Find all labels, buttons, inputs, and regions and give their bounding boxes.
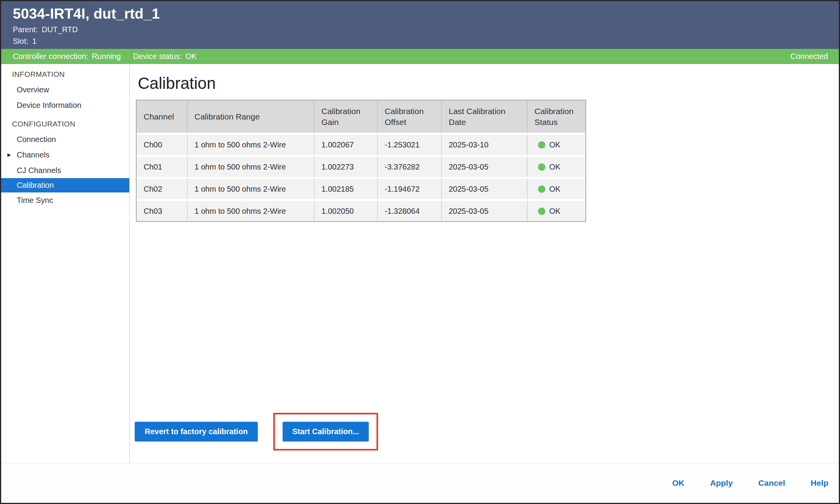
cell-channel: Ch01	[137, 157, 187, 177]
col-header-channel: Channel	[137, 100, 187, 133]
start-calibration-button[interactable]: Start Calibration...	[283, 422, 369, 442]
status-text: OK	[549, 163, 561, 171]
status-bar-left: Controller connection: Running Device st…	[13, 52, 197, 61]
cell-status: OK	[528, 157, 585, 177]
cell-status: OK	[528, 179, 585, 199]
sidebar-item-calibration[interactable]: Calibration	[1, 178, 129, 192]
status-ok-dot	[538, 208, 545, 215]
sidebar-item-device-information[interactable]: Device Information	[1, 97, 129, 113]
sidebar-item-time-sync[interactable]: Time Sync	[1, 192, 129, 208]
cell-gain: 1.002185	[314, 179, 378, 199]
table-row: Ch03 1 ohm to 500 ohms 2-Wire 1.002050 -…	[137, 201, 585, 221]
cell-offset: -1.194672	[378, 179, 442, 199]
cell-offset: -3.376282	[378, 157, 442, 177]
connection-status-bar: Controller connection: Running Device st…	[1, 49, 839, 64]
parent-label: Parent:	[13, 25, 38, 34]
col-header-last-calibration-date: Last Calibration Date	[442, 100, 528, 133]
status-text: OK	[549, 185, 561, 194]
cell-date: 2025-03-05	[442, 201, 528, 221]
status-text: OK	[549, 207, 561, 216]
cell-date: 2025-03-05	[442, 179, 528, 199]
cell-offset: -1.328064	[378, 201, 442, 221]
red-highlight-annotation: Start Calibration...	[273, 413, 378, 450]
help-button[interactable]: Help	[810, 478, 828, 488]
calibration-table: Channel Calibration Range Calibration Ga…	[136, 100, 586, 222]
table-row: Ch02 1 ohm to 500 ohms 2-Wire 1.002185 -…	[137, 179, 585, 199]
device-status-label: Device status:	[133, 52, 182, 61]
page-title: Calibration	[138, 74, 839, 93]
sidebar-item-channels-label: Channels	[17, 151, 50, 159]
cell-gain: 1.002067	[314, 135, 378, 155]
main-panel: Calibration Channel Calibration Range Ca…	[130, 64, 839, 463]
sidebar-item-overview[interactable]: Overview	[1, 82, 129, 97]
sidebar-section-information: INFORMATION	[1, 67, 129, 82]
sidebar-nav: INFORMATION Overview Device Information …	[1, 64, 130, 463]
ok-button[interactable]: OK	[672, 478, 685, 488]
cell-range: 1 ohm to 500 ohms 2-Wire	[187, 201, 314, 221]
cell-gain: 1.002050	[314, 201, 378, 221]
col-header-calibration-offset: Calibration Offset	[378, 100, 442, 133]
controller-connection-value: Running	[92, 52, 121, 61]
cancel-button[interactable]: Cancel	[758, 478, 785, 488]
slot-row: Slot: 1	[13, 37, 827, 46]
sidebar-item-connection[interactable]: Connection	[1, 132, 129, 147]
controller-connection-status: Controller connection: Running	[13, 52, 121, 61]
col-header-calibration-gain: Calibration Gain	[314, 100, 378, 133]
calibration-actions: Revert to factory calibration Start Cali…	[135, 413, 839, 450]
cell-status: OK	[528, 201, 585, 221]
cell-channel: Ch03	[137, 201, 187, 221]
cell-date: 2025-03-05	[442, 157, 528, 177]
revert-to-factory-calibration-button[interactable]: Revert to factory calibration	[135, 422, 258, 442]
table-row: Ch01 1 ohm to 500 ohms 2-Wire 1.002273 -…	[137, 157, 585, 177]
dialog-footer: OK Apply Cancel Help	[1, 463, 839, 503]
device-status: Device status: OK	[133, 52, 197, 61]
sidebar-section-configuration: CONFIGURATION	[1, 117, 129, 132]
slot-value: 1	[32, 37, 36, 46]
content-area: INFORMATION Overview Device Information …	[1, 64, 839, 463]
status-ok-dot	[538, 141, 545, 149]
sidebar-item-cj-channels[interactable]: CJ Channels	[1, 163, 129, 178]
device-config-window: 5034-IRT4I, dut_rtd_1 Parent: DUT_RTD Sl…	[0, 0, 840, 504]
parent-value: DUT_RTD	[42, 25, 78, 34]
col-header-calibration-range: Calibration Range	[187, 100, 314, 133]
cell-channel: Ch02	[137, 179, 187, 199]
cell-date: 2025-03-10	[442, 135, 528, 155]
cell-offset: -1.253021	[378, 135, 442, 155]
cell-gain: 1.002273	[314, 157, 378, 177]
table-header-row: Channel Calibration Range Calibration Ga…	[137, 100, 585, 133]
controller-connection-label: Controller connection:	[13, 52, 89, 61]
status-ok-dot	[538, 185, 545, 193]
cell-range: 1 ohm to 500 ohms 2-Wire	[187, 179, 314, 199]
parent-row: Parent: DUT_RTD	[13, 25, 827, 34]
status-ok-dot	[538, 163, 545, 171]
connected-badge: Connected	[790, 52, 828, 61]
device-status-value: OK	[186, 52, 197, 61]
expand-arrow-icon[interactable]: ▶	[7, 147, 11, 163]
cell-channel: Ch00	[137, 135, 187, 155]
cell-range: 1 ohm to 500 ohms 2-Wire	[187, 157, 314, 177]
cell-range: 1 ohm to 500 ohms 2-Wire	[187, 135, 314, 155]
status-text: OK	[549, 140, 561, 149]
col-header-calibration-status: Calibration Status	[528, 100, 585, 133]
device-title: 5034-IRT4I, dut_rtd_1	[13, 6, 827, 23]
titlebar: 5034-IRT4I, dut_rtd_1 Parent: DUT_RTD Sl…	[1, 1, 839, 49]
apply-button[interactable]: Apply	[710, 478, 732, 488]
table-row: Ch00 1 ohm to 500 ohms 2-Wire 1.002067 -…	[137, 135, 585, 155]
slot-label: Slot:	[13, 37, 28, 46]
sidebar-section-gap	[1, 113, 129, 117]
sidebar-item-channels[interactable]: ▶ Channels	[1, 147, 129, 163]
cell-status: OK	[528, 135, 585, 155]
